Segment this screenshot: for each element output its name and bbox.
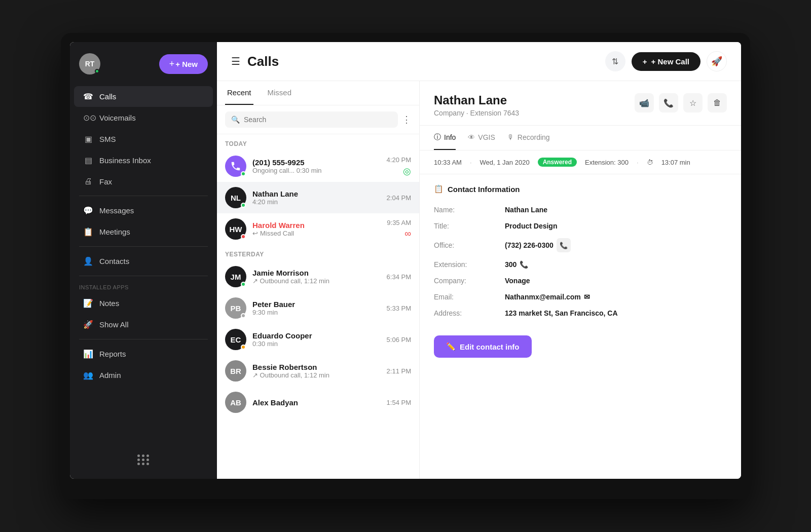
- online-dot: [95, 69, 99, 73]
- admin-icon: 👥: [83, 370, 93, 380]
- list-item[interactable]: AB Alex Badyan 1:54 PM: [217, 387, 419, 418]
- list-item[interactable]: JM Jamie Morrison ↗ Outbound call, 1:12 …: [217, 261, 419, 292]
- edit-contact-button[interactable]: ✏️ Edit contact info: [434, 335, 532, 358]
- status-dot: [241, 313, 246, 318]
- nav-divider-3: [79, 276, 208, 276]
- sidebar-item-voicemails[interactable]: ⊙⊙ Voicemails: [74, 107, 213, 128]
- sms-icon: ▣: [83, 134, 93, 144]
- main-header: ☰ Calls ⇅ + + New Call 🚀: [217, 42, 741, 81]
- list-item[interactable]: BR Bessie Robertson ↗ Outbound call, 1:1…: [217, 355, 419, 387]
- info-row-title: Title: Product Design: [434, 218, 727, 234]
- sidebar-item-sms[interactable]: ▣ SMS: [74, 129, 213, 149]
- eye-icon: 👁: [468, 133, 475, 141]
- status-dot: [241, 234, 246, 239]
- list-item[interactable]: NL Nathan Lane 4:20 min 2:04 PM: [217, 182, 419, 213]
- hamburger-icon[interactable]: ☰: [231, 55, 240, 67]
- sidebar-nav: ☎ Calls ⊙⊙ Voicemails ▣ SMS ▤ Business I…: [70, 86, 217, 444]
- call-date: Wed, 1 Jan 2020: [480, 159, 530, 166]
- detail-tabs: ⓘ Info 👁 VGIS 🎙 Recording: [420, 126, 741, 150]
- tab-vgis[interactable]: 👁 VGIS: [468, 126, 495, 150]
- contact-name: Nathan Lane: [434, 93, 519, 107]
- detail-actions: 📹 📞 ☆ 🗑: [635, 93, 727, 112]
- search-input[interactable]: [244, 116, 392, 124]
- sidebar-item-show-all[interactable]: 🚀 Show All: [74, 314, 213, 335]
- call-meta: 10:33 AM · Wed, 1 Jan 2020 Answered Exte…: [420, 150, 741, 174]
- calls-tabs: Recent Missed: [217, 81, 419, 105]
- reports-icon: 📊: [83, 349, 93, 359]
- installed-apps-label: INSTALLED APPS: [70, 280, 217, 292]
- dialpad-button[interactable]: [134, 450, 153, 469]
- list-item[interactable]: PB Peter Bauer 9:30 min 5:33 PM: [217, 292, 419, 324]
- video-call-button[interactable]: 📹: [635, 93, 654, 112]
- more-options-icon[interactable]: ⋮: [402, 114, 411, 125]
- list-item[interactable]: (201) 555-9925 Ongoing call... 0:30 min …: [217, 150, 419, 182]
- nav-divider-2: [79, 246, 208, 247]
- calls-search-bar: 🔍 ⋮: [217, 105, 419, 134]
- mic-icon: 🎙: [507, 133, 514, 141]
- avatar: [225, 156, 246, 177]
- messages-icon: 💬: [83, 206, 93, 215]
- duration-clock-icon: ⏱: [647, 159, 653, 166]
- tab-missed[interactable]: Missed: [266, 81, 294, 105]
- call-time-meta: 10:33 AM: [434, 159, 462, 166]
- new-call-button[interactable]: + + New Call: [632, 52, 701, 71]
- list-item[interactable]: EC Eduardo Cooper 0:30 min 5:06 PM: [217, 324, 419, 355]
- sidebar-item-fax[interactable]: 🖨 Fax: [74, 171, 213, 192]
- delete-button[interactable]: 🗑: [708, 93, 727, 112]
- yesterday-label: YESTERDAY: [217, 245, 419, 261]
- ongoing-icon: ◎: [403, 166, 411, 177]
- sidebar-item-business-inbox[interactable]: ▤ Business Inbox: [74, 150, 213, 171]
- avatar: NL: [225, 187, 246, 208]
- inbox-icon: ▤: [83, 156, 93, 165]
- tab-recent[interactable]: Recent: [225, 81, 253, 105]
- today-label: TODAY: [217, 134, 419, 150]
- share-icon-button[interactable]: ⇅: [605, 51, 625, 71]
- status-dot: [241, 203, 246, 208]
- avatar: BR: [225, 360, 246, 382]
- tab-recording[interactable]: 🎙 Recording: [507, 126, 550, 150]
- sidebar-item-admin[interactable]: 👥 Admin: [74, 365, 213, 386]
- sidebar-item-messages[interactable]: 💬 Messages: [74, 200, 213, 221]
- star-button[interactable]: ☆: [683, 93, 703, 112]
- avatar: EC: [225, 329, 246, 350]
- search-icon: 🔍: [231, 116, 240, 124]
- search-box: 🔍: [225, 111, 398, 128]
- contacts-icon: 👤: [83, 256, 93, 266]
- sidebar-item-meetings[interactable]: 📋 Meetings: [74, 221, 213, 242]
- rocket-icon: 🚀: [711, 56, 722, 67]
- call-info: Nathan Lane 4:20 min: [252, 189, 381, 206]
- star-icon: ☆: [689, 98, 696, 108]
- sidebar-item-calls[interactable]: ☎ Calls: [74, 86, 213, 107]
- two-pane: Recent Missed 🔍 ⋮ TODAY: [217, 81, 741, 479]
- avatar: AB: [225, 392, 246, 413]
- phone-sm-icon: 📞: [560, 242, 568, 249]
- contact-subtitle: Company · Extension 7643: [434, 109, 519, 117]
- detail-pane: Nathan Lane Company · Extension 7643 📹 📞: [420, 81, 741, 479]
- call-info: Eduardo Cooper 0:30 min: [252, 331, 381, 348]
- new-button[interactable]: + + New: [159, 54, 208, 74]
- list-item[interactable]: HW Harold Warren ↩ Missed Call 9:35 AM ∞: [217, 213, 419, 245]
- tab-info[interactable]: ⓘ Info: [434, 126, 456, 150]
- trash-icon: 🗑: [713, 98, 721, 107]
- call-info: Jamie Morrison ↗ Outbound call, 1:12 min: [252, 269, 381, 285]
- info-row-extension: Extension: 300 📞: [434, 256, 727, 273]
- call-duration: 13:07 min: [661, 159, 690, 166]
- info-row-office: Office: (732) 226-0300 📞: [434, 234, 727, 256]
- nav-divider-1: [79, 196, 208, 196]
- rocket-button[interactable]: 🚀: [707, 51, 727, 71]
- phone-call-button[interactable]: 📞: [659, 93, 678, 112]
- info-row-name: Name: Nathan Lane: [434, 202, 727, 218]
- info-row-email: Email: Nathanmx@email.com ✉: [434, 289, 727, 305]
- sidebar-item-contacts[interactable]: 👤 Contacts: [74, 251, 213, 272]
- call-info: (201) 555-9925 Ongoing call... 0:30 min: [252, 158, 381, 174]
- nav-divider-4: [79, 339, 208, 339]
- voicemail-indicator: ∞: [404, 229, 411, 239]
- call-office-button[interactable]: 📞: [557, 238, 571, 252]
- notes-icon: 📝: [83, 298, 93, 308]
- video-icon: 📹: [639, 98, 649, 108]
- calls-icon: ☎: [83, 92, 93, 101]
- sidebar-item-notes[interactable]: 📝 Notes: [74, 293, 213, 314]
- avatar: HW: [225, 218, 246, 240]
- sidebar-item-reports[interactable]: 📊 Reports: [74, 344, 213, 364]
- section-header: 📋 Contact Information: [434, 184, 727, 194]
